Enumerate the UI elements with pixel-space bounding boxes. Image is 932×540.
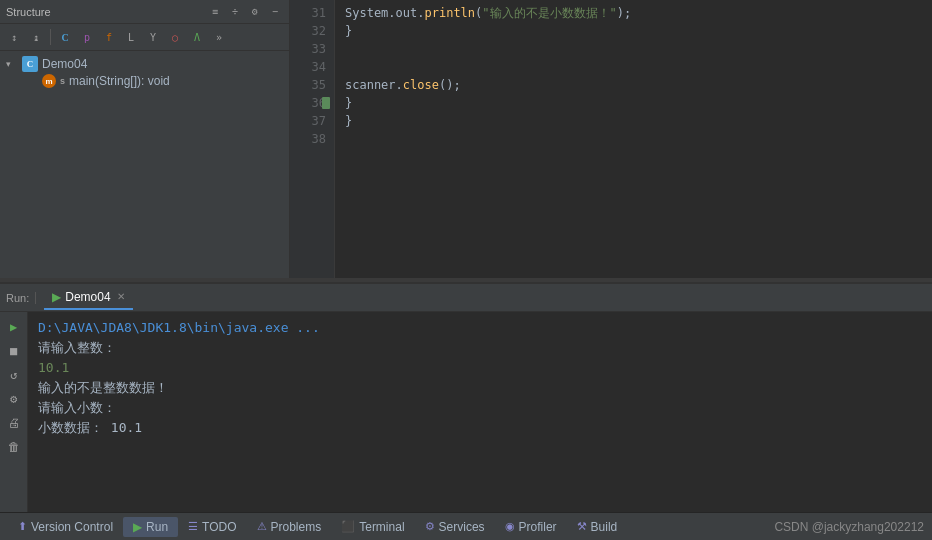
code-content: 31 32 33 34 35 36 37 38 System.out.print… <box>290 0 932 278</box>
bottom-bar-run-label: Run <box>146 520 168 534</box>
run-btn[interactable]: ▶ <box>3 316 25 338</box>
code-token: scanner <box>345 78 396 92</box>
bottom-bar-run[interactable]: ▶ Run <box>123 517 178 537</box>
structure-panel: Structure ≡ ÷ ⚙ − ↕ ↨ C p f L Y ○ Λ » ▾ … <box>0 0 290 278</box>
tree-root-item[interactable]: ▾ C Demo04 <box>4 55 285 73</box>
bottom-bar-profiler-label: Profiler <box>519 520 557 534</box>
bottom-bar-profiler[interactable]: ◉ Profiler <box>495 517 567 537</box>
editor-area: 31 32 33 34 35 36 37 38 System.out.print… <box>290 0 932 278</box>
code-token: close <box>403 78 439 92</box>
output-command: D:\JAVA\JDA8\JDK1.8\bin\java.exe ... <box>38 318 922 338</box>
structure-header: Structure ≡ ÷ ⚙ − <box>0 0 289 24</box>
code-line-37: } <box>345 112 932 130</box>
code-token: } <box>345 24 352 38</box>
filter-public-btn[interactable]: p <box>77 27 97 47</box>
bookmark-indicator <box>322 97 330 109</box>
code-token: System. <box>345 6 396 20</box>
bottom-bar-vc-label: Version Control <box>31 520 113 534</box>
minimize-icon[interactable]: − <box>267 4 283 20</box>
filter-class-btn[interactable]: C <box>55 27 75 47</box>
code-token: } <box>345 96 352 110</box>
bottom-bar-services[interactable]: ⚙ Services <box>415 517 495 537</box>
problems-icon: ⚠ <box>257 520 267 533</box>
tree-expand-arrow: ▾ <box>6 59 18 69</box>
main-area: Structure ≡ ÷ ⚙ − ↕ ↨ C p f L Y ○ Λ » ▾ … <box>0 0 932 278</box>
code-token: println <box>425 6 476 20</box>
line-38: 38 <box>290 130 326 148</box>
toolbar-sep-1 <box>50 29 51 45</box>
filter-lambda-btn[interactable]: L <box>121 27 141 47</box>
clear-btn[interactable]: 🗑 <box>3 436 25 458</box>
run-panel-body: ▶ ■ ↺ ⚙ 🖨 🗑 D:\JAVA\JDA8\JDK1.8\bin\java… <box>0 312 932 512</box>
structure-panel-title: Structure <box>6 6 51 18</box>
run-tabs: Run: ▶ Demo04 ✕ <box>0 284 932 312</box>
line-35: 35 <box>290 76 326 94</box>
run-tab-demo04[interactable]: ▶ Demo04 ✕ <box>44 286 132 310</box>
code-token: . <box>417 6 424 20</box>
bottom-bar-terminal-label: Terminal <box>359 520 404 534</box>
line-36: 36 <box>290 94 326 112</box>
code-line-33 <box>345 40 932 58</box>
split-icon[interactable]: ÷ <box>227 4 243 20</box>
bottom-bar-build-label: Build <box>591 520 618 534</box>
sort-visibility-btn[interactable]: ↨ <box>26 27 46 47</box>
line-34: 34 <box>290 58 326 76</box>
code-line-32: } <box>345 22 932 40</box>
code-line-36: } <box>345 94 932 112</box>
bottom-bar-todo-label: TODO <box>202 520 236 534</box>
method-icon: m <box>42 74 56 88</box>
run-label: Run: <box>6 292 36 304</box>
structure-toolbar: ↕ ↨ C p f L Y ○ Λ » <box>0 24 289 51</box>
more-btn[interactable]: » <box>209 27 229 47</box>
sort-icon[interactable]: ≡ <box>207 4 223 20</box>
line-32: 32 <box>290 22 326 40</box>
filter-lambda2-btn[interactable]: Λ <box>187 27 207 47</box>
bottom-bar-version-control[interactable]: ⬆ Version Control <box>8 517 123 537</box>
code-editor[interactable]: System.out.println("输入的不是小数数据！"); } scan… <box>335 0 932 278</box>
line-31: 31 <box>290 4 326 22</box>
sort-alpha-btn[interactable]: ↕ <box>4 27 24 47</box>
run-tab-close[interactable]: ✕ <box>117 291 125 302</box>
tree-root-label: Demo04 <box>42 57 87 71</box>
line-33: 33 <box>290 40 326 58</box>
rerun-btn[interactable]: ↺ <box>3 364 25 386</box>
bottom-panel: Run: ▶ Demo04 ✕ ▶ ■ ↺ ⚙ 🖨 🗑 D:\JAVA\JDA8… <box>0 282 932 512</box>
filter-field-btn[interactable]: f <box>99 27 119 47</box>
settings-icon[interactable]: ⚙ <box>247 4 263 20</box>
code-line-31: System.out.println("输入的不是小数数据！"); <box>345 4 932 22</box>
bottom-bar-problems-label: Problems <box>271 520 322 534</box>
bottom-bar-todo[interactable]: ☰ TODO <box>178 517 246 537</box>
tree-method-label: main(String[]): void <box>69 74 170 88</box>
print-btn[interactable]: 🖨 <box>3 412 25 434</box>
bottom-bar-terminal[interactable]: ⬛ Terminal <box>331 517 414 537</box>
run-output[interactable]: D:\JAVA\JDA8\JDK1.8\bin\java.exe ... 请输入… <box>28 312 932 512</box>
output-result: 小数数据： 10.1 <box>38 418 922 438</box>
run-tab-icon: ▶ <box>52 290 61 304</box>
output-input-1: 10.1 <box>38 358 922 378</box>
static-badge: s <box>60 76 65 86</box>
code-token: . <box>396 78 403 92</box>
run-sidebar: ▶ ■ ↺ ⚙ 🖨 🗑 <box>0 312 28 512</box>
code-token: (); <box>439 78 461 92</box>
bottom-bar-problems[interactable]: ⚠ Problems <box>247 517 332 537</box>
stop-btn[interactable]: ■ <box>3 340 25 362</box>
filter-circle-btn[interactable]: ○ <box>165 27 185 47</box>
profiler-icon: ◉ <box>505 520 515 533</box>
run-tab-label: Demo04 <box>65 290 110 304</box>
bottom-bar-build[interactable]: ⚒ Build <box>567 517 628 537</box>
settings-run-btn[interactable]: ⚙ <box>3 388 25 410</box>
structure-tree: ▾ C Demo04 m s main(String[]): void <box>0 51 289 278</box>
version-control-icon: ⬆ <box>18 520 27 533</box>
tree-children: m s main(String[]): void <box>4 73 285 89</box>
run-icon: ▶ <box>133 520 142 534</box>
code-line-38 <box>345 130 932 148</box>
tree-method-item[interactable]: m s main(String[]): void <box>24 73 285 89</box>
code-token: out <box>396 6 418 20</box>
services-icon: ⚙ <box>425 520 435 533</box>
todo-icon: ☰ <box>188 520 198 533</box>
code-token: ); <box>617 6 631 20</box>
line-37: 37 <box>290 112 326 130</box>
code-token: "输入的不是小数数据！" <box>482 6 616 20</box>
filter-y-btn[interactable]: Y <box>143 27 163 47</box>
code-line-35: scanner.close(); <box>345 76 932 94</box>
